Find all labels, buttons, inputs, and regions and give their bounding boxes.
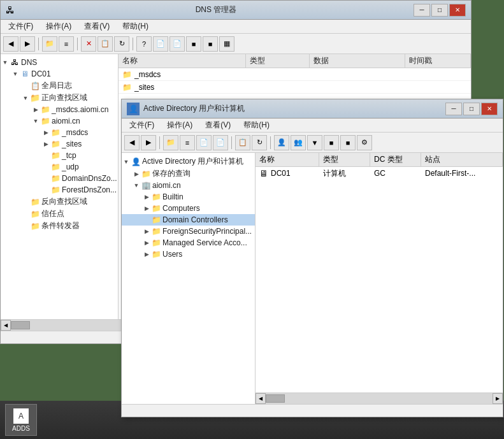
- dns-tb-details[interactable]: ≡: [59, 36, 74, 52]
- dns-col-data[interactable]: 数据: [310, 54, 405, 68]
- ad-tb-b6[interactable]: ■: [324, 135, 339, 150]
- ad-tree-computers[interactable]: ▶ 📁 Computers: [122, 203, 255, 214]
- dns-tb-delete[interactable]: ✕: [81, 36, 96, 52]
- dns-tree-trust[interactable]: ▶ 📁 信任点: [1, 208, 118, 220]
- ad-list-row-dc01[interactable]: 🖥 DC01 计算机 GC Default-First-...: [256, 167, 503, 180]
- ad-expand-managed[interactable]: ▶: [142, 238, 151, 247]
- ad-expand-dc[interactable]: ▶: [142, 215, 151, 224]
- ad-tree-panel[interactable]: ▼ 👤 Active Directory 用户和计算机 ▶ 📁 保存的查询 ▼ …: [122, 153, 256, 404]
- ad-col-dc-type[interactable]: DC 类型: [370, 153, 421, 166]
- ad-tb-forward[interactable]: ▶: [141, 135, 156, 150]
- dns-col-timestamp[interactable]: 时间戳: [405, 54, 471, 68]
- ad-col-site[interactable]: 站点: [421, 153, 503, 166]
- dns-expand-root[interactable]: ▼: [1, 58, 10, 67]
- ad-scroll-track[interactable]: [266, 393, 493, 404]
- dns-menu-view[interactable]: 查看(V): [79, 20, 115, 33]
- ad-tb-b8[interactable]: ⚙: [357, 135, 372, 150]
- dns-expand-forwarder[interactable]: ▶: [21, 222, 30, 231]
- ad-minimize-button[interactable]: ─: [445, 103, 462, 115]
- ad-maximize-button[interactable]: □: [463, 103, 480, 115]
- ad-tb-b5[interactable]: ↻: [252, 135, 267, 150]
- dns-tree-tcp[interactable]: ▶ 📁 _tcp: [1, 150, 118, 161]
- dns-tb-back[interactable]: ◀: [3, 36, 18, 52]
- ad-tree-managed[interactable]: ▶ 📁 Managed Service Acco...: [122, 237, 255, 248]
- dns-list-row-msdcs[interactable]: 📁 _msdcs: [119, 68, 471, 81]
- dns-maximize-button[interactable]: □: [431, 4, 448, 17]
- dns-expand-domain[interactable]: ▶: [41, 174, 50, 183]
- ad-tb-upfolder[interactable]: 📁: [163, 135, 178, 150]
- dns-tb-b3[interactable]: 📄: [169, 36, 185, 52]
- ad-menu-help[interactable]: 帮助(H): [238, 119, 275, 132]
- ad-col-name[interactable]: 名称: [256, 153, 319, 166]
- dns-tb-forward[interactable]: ▶: [20, 36, 35, 52]
- ad-list-body[interactable]: 🖥 DC01 计算机 GC Default-First-...: [256, 167, 503, 392]
- ad-tree-foreign[interactable]: ▶ 📁 ForeignSecurityPrincipal...: [122, 226, 255, 237]
- ad-menu-file[interactable]: 文件(F): [124, 119, 159, 132]
- ad-tb-b4[interactable]: 📋: [235, 135, 250, 150]
- ad-hscrollbar[interactable]: ◀ ▶: [256, 392, 503, 404]
- dns-tree-forward[interactable]: ▼ 📁 正向查找区域: [1, 92, 118, 104]
- ad-tree-users[interactable]: ▶ 📁 Users: [122, 248, 255, 260]
- ad-scroll-thumb[interactable]: [266, 394, 285, 403]
- dns-expand-log[interactable]: ▶: [21, 82, 30, 90]
- taskbar-item-adds[interactable]: A ADDS: [5, 404, 37, 436]
- dns-tree-msdcs[interactable]: ▶ 📁 _msdcs: [1, 127, 118, 138]
- dns-tb-help[interactable]: ?: [136, 36, 152, 52]
- ad-tree-aiomi[interactable]: ▼ 🏢 aiomi.cn: [122, 180, 255, 191]
- dns-tb-b5[interactable]: ■: [203, 36, 218, 52]
- dns-tb-properties[interactable]: 📋: [97, 36, 113, 52]
- dns-menu-help[interactable]: 帮助(H): [117, 20, 154, 33]
- dns-tb-b6[interactable]: ▦: [219, 36, 234, 52]
- ad-expand-saved[interactable]: ▶: [132, 169, 141, 178]
- dns-expand-dc01[interactable]: ▼: [11, 69, 20, 78]
- dns-expand-forest[interactable]: ▶: [41, 185, 50, 194]
- dns-expand-trust[interactable]: ▶: [21, 210, 30, 219]
- dns-tree-sites[interactable]: ▶ 📁 _sites: [1, 138, 118, 150]
- ad-tree-root[interactable]: ▼ 👤 Active Directory 用户和计算机: [122, 155, 255, 168]
- dns-expand-forward[interactable]: ▼: [21, 94, 30, 103]
- ad-close-button[interactable]: ✕: [481, 103, 498, 115]
- dns-expand-reverse[interactable]: ▶: [21, 198, 30, 206]
- dns-expand-msdcs-aiomi[interactable]: ▶: [31, 105, 40, 114]
- ad-tree-builtin[interactable]: ▶ 📁 Builtin: [122, 191, 255, 203]
- dns-tb-upfolder[interactable]: 📁: [42, 36, 57, 52]
- dns-tree-udp[interactable]: ▶ 📁 _udp: [1, 161, 118, 173]
- dns-tree-root[interactable]: ▼ 🖧 DNS: [1, 57, 118, 68]
- ad-expand-root[interactable]: ▼: [122, 157, 131, 166]
- dns-minimize-button[interactable]: ─: [414, 4, 430, 17]
- dns-scroll-left[interactable]: ◀: [1, 320, 11, 331]
- ad-tb-b7[interactable]: ■: [340, 135, 356, 150]
- dns-tree-msdcs-aiomi[interactable]: ▶ 📁 _msdcs.aiomi.cn: [1, 104, 118, 115]
- ad-tb-b3[interactable]: 📄: [213, 135, 228, 150]
- ad-scroll-left[interactable]: ◀: [256, 393, 266, 404]
- dns-menu-file[interactable]: 文件(F): [3, 20, 38, 33]
- ad-tb-group[interactable]: 👥: [291, 135, 306, 150]
- ad-scroll-right[interactable]: ▶: [493, 393, 503, 404]
- dns-tb-refresh[interactable]: ↻: [114, 36, 129, 52]
- ad-tb-details[interactable]: ≡: [180, 135, 195, 150]
- dns-menu-action[interactable]: 操作(A): [41, 20, 76, 33]
- dns-scroll-thumb[interactable]: [11, 321, 30, 329]
- ad-tb-filter[interactable]: ▼: [307, 135, 322, 150]
- dns-tree-forwarder[interactable]: ▶ 📁 条件转发器: [1, 220, 118, 232]
- dns-close-button[interactable]: ✕: [449, 4, 466, 17]
- dns-col-name[interactable]: 名称: [119, 54, 246, 68]
- ad-menu-view[interactable]: 查看(V): [200, 119, 236, 132]
- ad-expand-builtin[interactable]: ▶: [142, 192, 151, 201]
- dns-tb-b2[interactable]: 📄: [153, 36, 168, 52]
- ad-tb-b2[interactable]: 📄: [196, 135, 212, 150]
- dns-col-type[interactable]: 类型: [246, 54, 310, 68]
- dns-tree-log[interactable]: ▶ 📋 全局日志: [1, 80, 118, 92]
- dns-list-row-sites[interactable]: 📁 _sites: [119, 81, 471, 94]
- ad-tb-back[interactable]: ◀: [124, 135, 140, 150]
- ad-menu-action[interactable]: 操作(A): [162, 119, 198, 132]
- dns-tree-aiomi[interactable]: ▼ 📁 aiomi.cn: [1, 115, 118, 127]
- ad-expand-aiomi[interactable]: ▼: [132, 181, 141, 190]
- dns-tree-reverse[interactable]: ▶ 📁 反向查找区域: [1, 196, 118, 208]
- ad-tree-saved[interactable]: ▶ 📁 保存的查询: [122, 168, 255, 180]
- ad-tb-user[interactable]: 👤: [274, 135, 289, 150]
- ad-expand-computers[interactable]: ▶: [142, 204, 151, 213]
- ad-col-type[interactable]: 类型: [319, 153, 370, 166]
- ad-tree-dc[interactable]: ▶ 📁 Domain Controllers: [122, 214, 255, 226]
- dns-tree-dc01[interactable]: ▼ 🖥 DC01: [1, 68, 118, 80]
